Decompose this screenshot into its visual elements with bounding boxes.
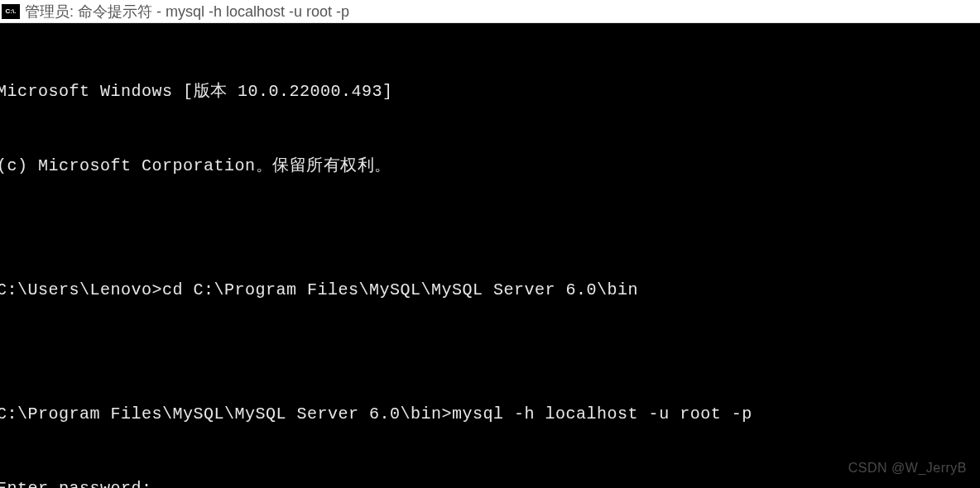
terminal-line: C:\Users\Lenovo>cd C:\Program Files\MySQ… [0, 278, 980, 303]
terminal-line: Microsoft Windows [版本 10.0.22000.493] [0, 79, 980, 104]
window-titlebar: C:\. 管理员: 命令提示符 - mysql -h localhost -u … [0, 0, 980, 23]
terminal-line: (c) Microsoft Corporation。保留所有权利。 [0, 154, 980, 179]
watermark-text: CSDN @W_JerryB [848, 458, 967, 478]
cmd-icon-text: C:\. [6, 7, 17, 15]
cmd-icon: C:\. [2, 4, 20, 19]
window-title: 管理员: 命令提示符 - mysql -h localhost -u root … [25, 2, 349, 22]
terminal-line: C:\Program Files\MySQL\MySQL Server 6.0\… [0, 402, 980, 427]
terminal-area[interactable]: Microsoft Windows [版本 10.0.22000.493] (c… [0, 23, 980, 488]
terminal-line: Enter password: [0, 476, 980, 488]
